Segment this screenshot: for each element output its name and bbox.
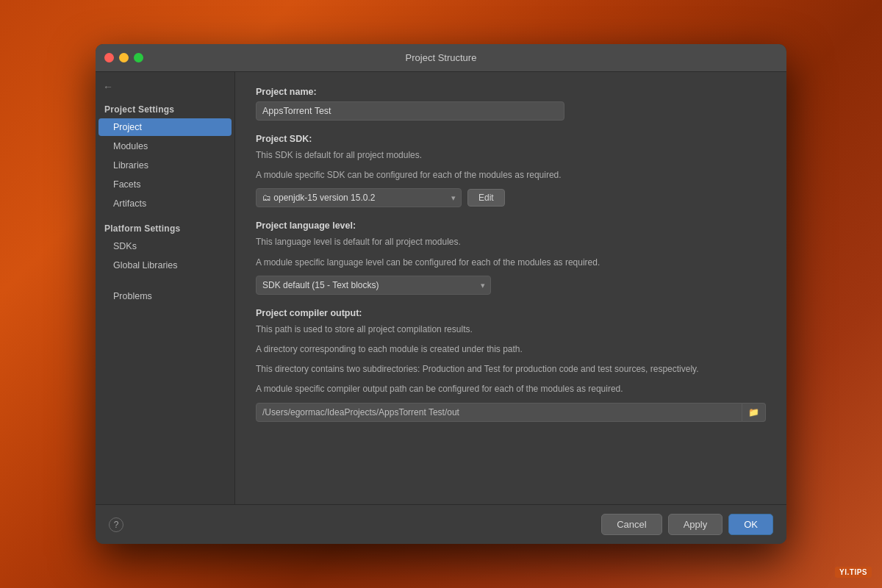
project-settings-section-label: Project Settings bbox=[96, 100, 234, 118]
sidebar-item-facets[interactable]: Facets bbox=[98, 176, 232, 193]
sdk-select[interactable]: 🗂 openjdk-15 version 15.0.2 bbox=[256, 188, 462, 207]
sidebar-item-modules[interactable]: Modules bbox=[98, 137, 232, 155]
compiler-output-row: 📁 bbox=[256, 403, 766, 422]
project-name-label: Project name: bbox=[256, 87, 766, 97]
sidebar-item-label: Global Libraries bbox=[113, 260, 178, 270]
project-name-section: Project name: bbox=[256, 87, 766, 121]
watermark: YI.TIPS bbox=[835, 567, 872, 578]
minimize-button[interactable] bbox=[119, 53, 129, 62]
sidebar-item-label: Artifacts bbox=[113, 198, 146, 209]
sdk-select-wrapper: 🗂 openjdk-15 version 15.0.2 bbox=[256, 188, 462, 207]
compiler-desc3: This directory contains two subdirectori… bbox=[256, 362, 766, 376]
cancel-button[interactable]: Cancel bbox=[601, 514, 662, 535]
language-level-select[interactable]: SDK default (15 - Text blocks) bbox=[256, 276, 491, 295]
project-structure-dialog: Project Structure ← Project Settings Pro… bbox=[96, 44, 786, 544]
dialog-footer: ? Cancel Apply OK bbox=[96, 504, 786, 544]
folder-icon: 📁 bbox=[748, 407, 759, 417]
language-select-wrapper: SDK default (15 - Text blocks) bbox=[256, 276, 491, 295]
project-sdk-desc2: A module specific SDK can be configured … bbox=[256, 168, 766, 182]
maximize-button[interactable] bbox=[134, 53, 143, 62]
footer-buttons: Cancel Apply OK bbox=[601, 514, 773, 535]
project-language-section: Project language level: This language le… bbox=[256, 220, 766, 294]
sidebar-item-label: Project bbox=[113, 122, 142, 132]
platform-settings-section-label: Platform Settings bbox=[96, 219, 234, 237]
compiler-desc1: This path is used to store all project c… bbox=[256, 323, 766, 337]
back-button[interactable]: ← bbox=[96, 78, 234, 96]
close-button[interactable] bbox=[104, 53, 114, 62]
browse-folder-button[interactable]: 📁 bbox=[742, 403, 766, 422]
project-sdk-label: Project SDK: bbox=[256, 134, 766, 144]
sidebar-item-label: SDKs bbox=[113, 241, 137, 251]
project-language-label: Project language level: bbox=[256, 220, 766, 231]
sidebar-item-global-libraries[interactable]: Global Libraries bbox=[98, 257, 232, 274]
project-sdk-desc1: This SDK is default for all project modu… bbox=[256, 148, 766, 162]
project-name-input[interactable] bbox=[256, 101, 564, 121]
apply-button[interactable]: Apply bbox=[668, 514, 723, 535]
window-controls bbox=[104, 53, 143, 62]
sidebar-item-label: Modules bbox=[113, 141, 148, 151]
project-sdk-section: Project SDK: This SDK is default for all… bbox=[256, 134, 766, 207]
sidebar-item-label: Facets bbox=[113, 179, 141, 190]
sidebar-item-libraries[interactable]: Libraries bbox=[98, 157, 232, 174]
sidebar-item-label: Libraries bbox=[113, 160, 148, 171]
title-bar: Project Structure bbox=[96, 44, 786, 72]
sidebar-item-artifacts[interactable]: Artifacts bbox=[98, 195, 232, 212]
compiler-output-input[interactable] bbox=[256, 403, 742, 422]
dialog-body: ← Project Settings Project Modules Libra… bbox=[96, 72, 786, 504]
sidebar-item-label: Problems bbox=[113, 291, 152, 301]
sidebar-item-project[interactable]: Project bbox=[98, 118, 232, 136]
sidebar: ← Project Settings Project Modules Libra… bbox=[96, 72, 235, 504]
compiler-desc4: A module specific compiler output path c… bbox=[256, 382, 766, 396]
content-area: Project name: Project SDK: This SDK is d… bbox=[235, 72, 786, 504]
sidebar-item-problems[interactable]: Problems bbox=[98, 287, 232, 305]
ok-button[interactable]: OK bbox=[728, 514, 773, 535]
sdk-row: 🗂 openjdk-15 version 15.0.2 Edit bbox=[256, 188, 766, 207]
compiler-output-section: Project compiler output: This path is us… bbox=[256, 308, 766, 422]
back-arrow-icon: ← bbox=[103, 81, 113, 93]
compiler-output-label: Project compiler output: bbox=[256, 308, 766, 318]
sidebar-item-sdks[interactable]: SDKs bbox=[98, 237, 232, 255]
dialog-title: Project Structure bbox=[406, 52, 477, 63]
compiler-desc2: A directory corresponding to each module… bbox=[256, 343, 766, 356]
help-button[interactable]: ? bbox=[109, 517, 123, 532]
project-language-desc1: This language level is default for all p… bbox=[256, 235, 766, 249]
project-language-desc2: A module specific language level can be … bbox=[256, 256, 766, 270]
edit-sdk-button[interactable]: Edit bbox=[467, 189, 505, 207]
